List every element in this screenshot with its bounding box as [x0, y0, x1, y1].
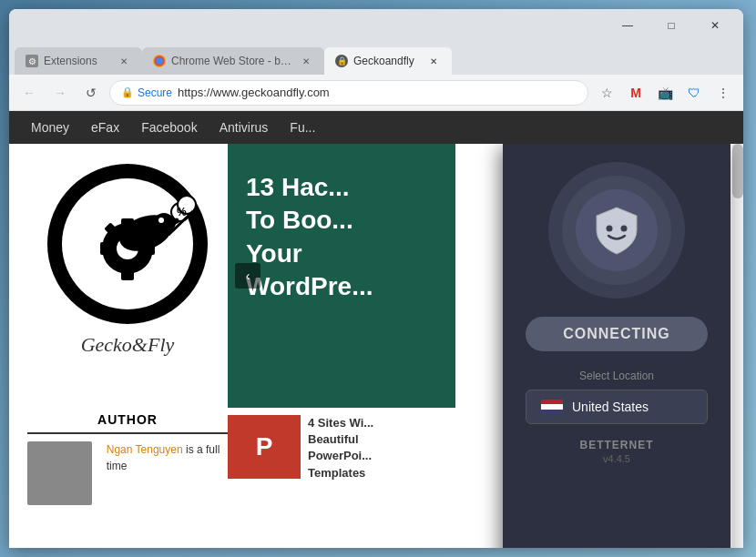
nav-item-money[interactable]: Money	[24, 115, 77, 140]
us-flag-icon	[541, 400, 563, 414]
cast-button[interactable]: 📺	[652, 80, 678, 106]
article-preview: 13 Hac...To Boo...YourWordPre... ‹	[228, 144, 455, 408]
tab-geckoandfly-label: Geckoandfly	[353, 55, 421, 67]
vpn-popup: CONNECTING Select Location United States…	[503, 144, 730, 548]
article2-text: 4 Sites Wi...BeautifulPowerPoi...Templat…	[308, 415, 373, 548]
author-section: AUTHOR Ngan Tenguyen is a full time	[27, 412, 228, 505]
svg-rect-6	[100, 242, 111, 255]
title-bar: — □ ✕	[9, 9, 743, 42]
tab-geckoandfly-close[interactable]: ✕	[426, 54, 441, 68]
scrollbar-thumb[interactable]	[732, 144, 743, 198]
gecko-logo: %	[46, 162, 209, 326]
betternet-label: BETTERNET	[580, 439, 654, 451]
tab-webstore-label: Chrome Web Store - be...	[171, 55, 293, 67]
back-button[interactable]: ←	[16, 80, 42, 106]
svg-rect-5	[121, 269, 134, 280]
author-image	[27, 441, 92, 505]
svg-point-20	[621, 226, 628, 232]
article-prev-button[interactable]: ‹	[235, 263, 261, 289]
vpn-ext-button[interactable]: 🛡	[681, 80, 707, 106]
tab-webstore-close[interactable]: ✕	[299, 54, 313, 68]
extensions-favicon: ⚙	[26, 55, 38, 67]
shield-icon	[589, 203, 644, 258]
browser-window: — □ ✕ ⚙ Extensions ✕ Chrome Web Store - …	[9, 9, 743, 548]
menu-button[interactable]: ⋮	[710, 80, 736, 106]
vpn-logo-area	[548, 162, 685, 299]
author-title: AUTHOR	[27, 412, 228, 434]
svg-point-19	[607, 226, 613, 232]
url-text: https://www.geckoandfly.com	[178, 86, 330, 99]
version-label: v4.4.5	[603, 453, 630, 464]
secure-badge: 🔒 Secure	[121, 86, 172, 99]
tab-extensions[interactable]: ⚙ Extensions ✕	[15, 47, 142, 75]
article-row2: P 4 Sites Wi...BeautifulPowerPoi...Templ…	[228, 408, 455, 548]
connecting-button[interactable]: CONNECTING	[526, 317, 708, 351]
select-location-label: Select Location	[579, 370, 654, 382]
nav-menu: Money eFax Facebook Antivirus Fu...	[9, 111, 743, 144]
author-text: Ngan Tenguyen is a full time	[107, 441, 228, 474]
svg-point-13	[158, 218, 164, 223]
nav-item-efax[interactable]: eFax	[84, 115, 127, 140]
vpn-circle-inner	[576, 189, 658, 271]
reload-button[interactable]: ↺	[78, 80, 104, 106]
gmail-button[interactable]: M	[623, 80, 649, 106]
tab-geckoandfly[interactable]: 🔒 Geckoandfly ✕	[324, 47, 452, 75]
scrollbar[interactable]	[732, 144, 743, 548]
nav-item-more[interactable]: Fu...	[282, 115, 322, 140]
main-content: % Gecko&Fly AUTHOR Ngan Tenguyen is a fu…	[9, 144, 743, 548]
location-name: United States	[572, 400, 649, 414]
webstore-favicon	[153, 55, 166, 67]
gecko-name: Gecko&Fly	[81, 333, 175, 357]
tabs-bar: ⚙ Extensions ✕ Chrome Web Store - be... …	[9, 42, 743, 75]
url-input[interactable]: 🔒 Secure https://www.geckoandfly.com	[109, 80, 588, 106]
author-link[interactable]: Ngan Tenguyen	[107, 443, 183, 456]
tab-extensions-label: Extensions	[44, 55, 111, 67]
lock-icon: 🔒	[121, 86, 134, 98]
forward-button[interactable]: →	[47, 80, 73, 106]
minimize-button[interactable]: —	[607, 13, 649, 38]
article-title: 13 Hac...To Boo...YourWordPre...	[228, 144, 455, 313]
address-bar: ← → ↺ 🔒 Secure https://www.geckoandfly.c…	[9, 75, 743, 111]
close-button[interactable]: ✕	[694, 13, 736, 38]
address-actions: ☆ M 📺 🛡 ⋮	[594, 80, 736, 106]
article2-image: P	[228, 415, 301, 479]
window-controls: — □ ✕	[607, 13, 736, 38]
tab-webstore[interactable]: Chrome Web Store - be... ✕	[142, 47, 324, 75]
vpn-circle-mid	[562, 176, 671, 285]
nav-item-antivirus[interactable]: Antivirus	[212, 115, 276, 140]
nav-item-facebook[interactable]: Facebook	[134, 115, 204, 140]
maximize-button[interactable]: □	[650, 13, 692, 38]
vpn-circle-outer	[548, 162, 685, 299]
geckoandfly-favicon: 🔒	[335, 55, 348, 67]
location-selector[interactable]: United States	[526, 390, 708, 424]
secure-label: Secure	[138, 86, 172, 99]
logo-area: % Gecko&Fly	[27, 153, 228, 408]
bookmark-button[interactable]: ☆	[594, 80, 619, 106]
tab-extensions-close[interactable]: ✕	[117, 54, 131, 68]
svg-text:%: %	[177, 206, 187, 218]
